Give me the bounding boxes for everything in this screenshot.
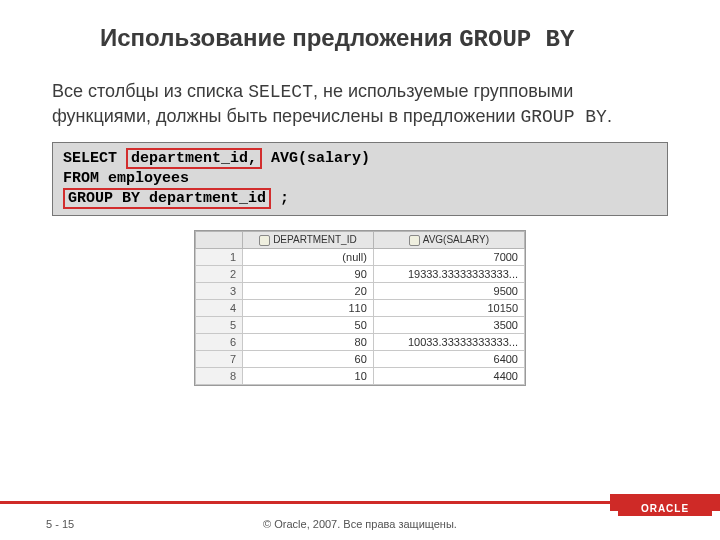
cell-avg: 4400 — [373, 368, 524, 385]
body-kw-groupby: GROUP BY — [520, 107, 606, 127]
table-body: 1(null)7000 29019333.33333333333... 3209… — [196, 249, 525, 385]
cell-avg: 19333.33333333333... — [373, 266, 524, 283]
slide-title: Использование предложения GROUP BY — [100, 24, 680, 53]
cell-avg: 3500 — [373, 317, 524, 334]
col-header-dept: DEPARTMENT_ID — [243, 232, 374, 249]
col-header-avg: AVG(SALARY) — [373, 232, 524, 249]
cell-avg: 7000 — [373, 249, 524, 266]
table-row: 68010033.33333333333... — [196, 334, 525, 351]
row-num: 7 — [196, 351, 243, 368]
sql-line-1: SELECT department_id, AVG(salary) — [63, 149, 657, 169]
sql-agg: AVG(salary) — [262, 150, 370, 167]
cell-dept: 10 — [243, 368, 374, 385]
row-num: 8 — [196, 368, 243, 385]
cell-dept: 80 — [243, 334, 374, 351]
col-header-avg-label: AVG(SALARY) — [423, 234, 489, 245]
body-kw-select: SELECT — [248, 82, 313, 102]
result-table: DEPARTMENT_ID AVG(SALARY) 1(null)7000 29… — [195, 231, 525, 385]
table-row: 8104400 — [196, 368, 525, 385]
row-num: 6 — [196, 334, 243, 351]
row-num: 2 — [196, 266, 243, 283]
cell-dept: 20 — [243, 283, 374, 300]
cell-dept: 50 — [243, 317, 374, 334]
table-row: 29019333.33333333333... — [196, 266, 525, 283]
sql-line-3: GROUP BY department_id ; — [63, 189, 657, 209]
cell-avg: 10150 — [373, 300, 524, 317]
sql-highlight-column: department_id, — [126, 148, 262, 169]
cell-dept: 60 — [243, 351, 374, 368]
result-grid: DEPARTMENT_ID AVG(SALARY) 1(null)7000 29… — [194, 230, 526, 386]
table-row: 5503500 — [196, 317, 525, 334]
table-header-row: DEPARTMENT_ID AVG(SALARY) — [196, 232, 525, 249]
cell-avg: 9500 — [373, 283, 524, 300]
row-num: 4 — [196, 300, 243, 317]
sql-line-2: FROM employees — [63, 169, 657, 189]
copyright-text: © Oracle, 2007. Все права защищены. — [0, 518, 720, 530]
body-text-1: Все столбцы из списка — [52, 81, 248, 101]
row-num: 1 — [196, 249, 243, 266]
row-num: 3 — [196, 283, 243, 300]
footer-accent-line — [0, 501, 720, 504]
table-row: 411010150 — [196, 300, 525, 317]
oracle-logo: ORACLE — [618, 501, 712, 516]
title-text: Использование предложения — [100, 24, 459, 51]
cell-dept: 90 — [243, 266, 374, 283]
sql-select-kw: SELECT — [63, 150, 126, 167]
table-row: 1(null)7000 — [196, 249, 525, 266]
cell-avg: 6400 — [373, 351, 524, 368]
cell-dept: 110 — [243, 300, 374, 317]
rownum-header — [196, 232, 243, 249]
table-row: 3209500 — [196, 283, 525, 300]
row-num: 5 — [196, 317, 243, 334]
cell-avg: 10033.33333333333... — [373, 334, 524, 351]
sql-semicolon: ; — [271, 190, 289, 207]
body-text-3: . — [607, 106, 612, 126]
sql-code-block: SELECT department_id, AVG(salary) FROM e… — [52, 142, 668, 217]
cell-dept: (null) — [243, 249, 374, 266]
column-icon — [259, 235, 270, 246]
title-keyword: GROUP BY — [459, 26, 574, 53]
slide: Использование предложения GROUP BY Все с… — [0, 0, 720, 540]
column-icon — [409, 235, 420, 246]
col-header-dept-label: DEPARTMENT_ID — [273, 234, 357, 245]
body-paragraph: Все столбцы из списка SELECT, не использ… — [52, 79, 668, 130]
sql-highlight-groupby: GROUP BY department_id — [63, 188, 271, 209]
table-row: 7606400 — [196, 351, 525, 368]
